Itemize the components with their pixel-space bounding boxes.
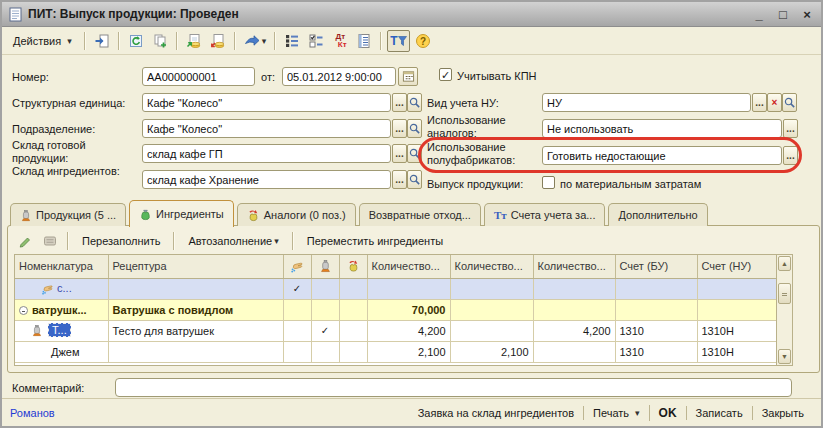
analogs-bag-icon xyxy=(247,209,260,222)
unpost-document-icon[interactable] xyxy=(207,30,229,52)
nu-search-button[interactable] xyxy=(782,93,797,112)
maximize-button[interactable]: □ xyxy=(776,7,790,22)
structural-unit-input[interactable] xyxy=(142,93,391,112)
scroll-down-icon[interactable]: ▼ xyxy=(778,349,791,364)
scrollbar-thumb[interactable] xyxy=(778,283,791,304)
active-cell[interactable]: Т... xyxy=(48,323,71,337)
ok-button[interactable]: OK xyxy=(649,405,686,421)
number-input[interactable] xyxy=(142,67,255,86)
nu-kind-input[interactable] xyxy=(542,93,751,112)
material-costs-checkbox[interactable] xyxy=(542,176,555,189)
cell-account-bu xyxy=(615,299,697,320)
collapse-icon[interactable] xyxy=(19,306,28,315)
go-to-icon[interactable]: ▾ xyxy=(241,30,270,52)
title-bar: ПИТ: Выпуск продукции: Проведен _ □ × xyxy=(2,2,821,27)
footer-bar: Романов Заявка на склад ингредиентов Печ… xyxy=(2,398,821,426)
department-search-button[interactable] xyxy=(407,119,422,138)
semiproducts-select-button[interactable]: ... xyxy=(783,146,798,165)
tab-additional[interactable]: Дополнительно xyxy=(608,203,707,226)
toolbar-separator xyxy=(118,32,120,50)
table-row[interactable]: Т... Тесто для ватрушек ✓ 4,200 4,200 13… xyxy=(15,320,777,341)
cell-manual-flag xyxy=(283,299,311,320)
type-filter-icon[interactable]: Т xyxy=(387,30,409,52)
print-button[interactable]: Печать▾ xyxy=(583,406,649,420)
save-button[interactable]: Записать xyxy=(686,406,752,420)
toolbar-separator xyxy=(84,32,86,50)
nu-select-button[interactable]: ... xyxy=(752,93,767,112)
structural-unit-label: Структурная единица: xyxy=(12,97,125,110)
finished-goods-select-button[interactable]: ... xyxy=(392,144,407,163)
cell-qty1: 2,100 xyxy=(367,341,450,362)
cell-account-nu: 1310Н xyxy=(697,320,777,341)
comment-input[interactable] xyxy=(115,378,792,397)
table-row[interactable]: Джем 2,100 2,100 1310 1310Н xyxy=(15,341,777,362)
responsible-user-link[interactable]: Романов xyxy=(10,407,55,419)
ingredients-warehouse-input[interactable] xyxy=(142,170,391,189)
subordination-structure-icon[interactable] xyxy=(281,30,303,52)
manual-edit-hand-icon xyxy=(283,255,311,278)
table-group-row[interactable]: ватрушк... Ватрушка с повидлом 70,000 xyxy=(15,299,777,320)
document-journal-icon[interactable] xyxy=(353,30,375,52)
dropdown-arrow-icon: ▾ xyxy=(635,408,640,418)
ingredients-request-button[interactable]: Заявка на склад ингредиентов xyxy=(409,406,583,420)
refresh-repost-icon[interactable] xyxy=(125,30,147,52)
col-nomenclature: Номенклатура xyxy=(15,255,108,278)
minimize-button[interactable]: _ xyxy=(752,7,766,22)
cell-qty1: 4,200 xyxy=(367,320,450,341)
tab-return-waste[interactable]: Возвратные отход... xyxy=(359,203,481,226)
post-document-icon[interactable] xyxy=(183,30,205,52)
cell-qty2 xyxy=(450,320,533,341)
analogs-usage-input[interactable] xyxy=(542,119,782,138)
dt-kt-postings-icon[interactable]: ДтКт xyxy=(329,30,351,52)
toolbar-separator xyxy=(176,32,178,50)
tab-analogs[interactable]: Аналоги (0 поз.) xyxy=(237,203,356,226)
actions-button[interactable]: Действия▾ xyxy=(6,30,79,52)
kpn-label: Учитывать КПН xyxy=(457,70,537,83)
cell-product-flag: ✓ xyxy=(311,320,339,341)
help-icon[interactable]: ? xyxy=(412,30,434,52)
structural-unit-search-button[interactable] xyxy=(407,93,422,112)
calendar-button[interactable] xyxy=(398,67,418,86)
toolbar-separator xyxy=(274,32,276,50)
material-costs-label: по материальным затратам xyxy=(560,178,701,191)
document-icon xyxy=(9,7,22,22)
move-ingredients-button[interactable]: Переместить ингредиенты xyxy=(300,231,450,251)
close-form-button[interactable]: Закрыть xyxy=(752,406,813,420)
check-icon: ✓ xyxy=(288,283,307,294)
autofill-button[interactable]: Автозаполнение▾ xyxy=(181,231,285,251)
department-select-button[interactable]: ... xyxy=(392,119,407,138)
refill-button[interactable]: Перезаполнить xyxy=(75,231,167,251)
cell-product-flag xyxy=(311,341,339,362)
department-input[interactable] xyxy=(142,119,391,138)
table-row-selected[interactable]: с... ✓ xyxy=(15,278,777,299)
ingredients-search-button[interactable] xyxy=(407,170,422,189)
ingredients-warehouse-label: Склад ингредиентов: xyxy=(12,165,132,178)
write-document-icon[interactable] xyxy=(91,30,113,52)
finished-goods-search-button[interactable] xyxy=(407,144,422,163)
toolbar-separator xyxy=(234,32,236,50)
vertical-scrollbar[interactable]: ▲ ▼ xyxy=(776,255,792,365)
close-button[interactable]: × xyxy=(800,7,814,22)
cell-qty1: 70,000 xyxy=(367,299,450,320)
finished-goods-warehouse-input[interactable] xyxy=(142,144,391,163)
window-title: ПИТ: Выпуск продукции: Проведен xyxy=(28,7,239,21)
structural-unit-select-button[interactable]: ... xyxy=(392,93,407,112)
ingredients-select-button[interactable]: ... xyxy=(392,170,407,189)
date-input[interactable] xyxy=(282,67,396,86)
accounts-icon: Тт xyxy=(494,209,507,221)
edit-row-icon[interactable] xyxy=(14,231,36,251)
copy-document-icon[interactable] xyxy=(149,30,171,52)
nu-clear-button[interactable]: × xyxy=(767,93,782,112)
tab-accounts[interactable]: Тт Счета учета за... xyxy=(484,203,606,226)
tab-ingredients[interactable]: Ингредиенты xyxy=(129,200,234,227)
col-recipe: Рецептура xyxy=(108,255,283,278)
scroll-up-icon[interactable]: ▲ xyxy=(778,256,791,271)
cell-qty1 xyxy=(367,278,450,299)
kpn-checkbox[interactable]: ✓ xyxy=(439,68,452,81)
cell-qty3: 4,200 xyxy=(533,320,615,341)
analogs-select-button[interactable]: ... xyxy=(783,119,798,138)
tab-products[interactable]: Продукция (5 ... xyxy=(10,203,126,226)
cell-recipe xyxy=(108,341,283,362)
set-marks-icon[interactable] xyxy=(305,30,327,52)
semiproducts-usage-input[interactable] xyxy=(542,146,782,165)
